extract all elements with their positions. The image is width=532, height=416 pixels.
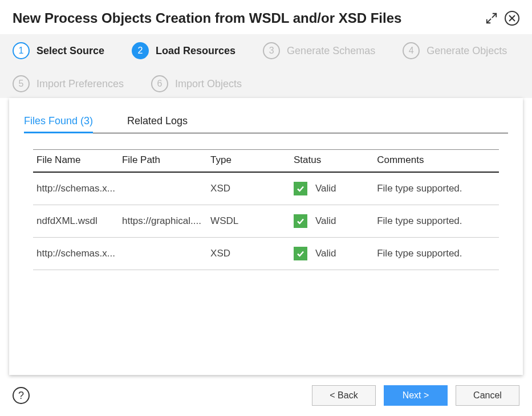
cell-filepath: https://graphical....: [119, 205, 207, 238]
step-number: 2: [132, 42, 149, 59]
step-label: Import Preferences: [36, 78, 124, 90]
status-text: Valid: [315, 215, 336, 227]
status-text: Valid: [315, 248, 336, 259]
help-icon[interactable]: ?: [13, 387, 30, 404]
step-label: Generate Objects: [427, 45, 507, 57]
dialog-header: New Process Objects Creation from WSDL a…: [0, 0, 532, 34]
col-header-type[interactable]: Type: [207, 150, 290, 173]
table-row[interactable]: http://schemas.x... XSD Valid File typ: [33, 238, 499, 270]
cell-status: Valid: [290, 205, 373, 238]
check-icon: [294, 182, 307, 195]
step-select-source[interactable]: 1 Select Source: [13, 42, 104, 59]
cell-comments: File type supported.: [373, 205, 499, 238]
step-number: 4: [403, 42, 420, 59]
check-icon: [294, 247, 307, 260]
table-header-row: File Name File Path Type Status Comments: [33, 150, 499, 173]
step-generate-schemas: 3 Generate Schemas: [263, 42, 375, 59]
files-table-wrap: File Name File Path Type Status Comments…: [24, 149, 508, 270]
svg-line-1: [487, 19, 491, 23]
cell-type: XSD: [207, 238, 290, 270]
step-label: Generate Schemas: [287, 45, 375, 57]
cell-filename: http://schemas.x...: [33, 238, 119, 270]
header-icons: [485, 11, 519, 26]
tab-files-found[interactable]: Files Found (3): [24, 112, 93, 133]
cell-type: XSD: [207, 172, 290, 205]
cell-filename: ndfdXML.wsdl: [33, 205, 119, 238]
cell-status: Valid: [290, 238, 373, 270]
tab-related-logs[interactable]: Related Logs: [127, 112, 188, 133]
cell-type: WSDL: [207, 205, 290, 238]
col-header-status[interactable]: Status: [290, 150, 373, 173]
expand-icon[interactable]: [485, 12, 498, 25]
col-header-filename[interactable]: File Name: [33, 150, 119, 173]
back-button[interactable]: < Back: [312, 385, 376, 406]
dialog-footer: ? < Back Next > Cancel: [0, 375, 532, 416]
step-number: 6: [151, 75, 168, 92]
cell-comments: File type supported.: [373, 238, 499, 270]
tabs: Files Found (3) Related Logs: [24, 112, 508, 133]
step-label: Load Resources: [156, 45, 235, 57]
dialog-title: New Process Objects Creation from WSDL a…: [13, 10, 485, 26]
content-panel: Files Found (3) Related Logs File Name F…: [9, 98, 523, 375]
step-import-objects: 6 Import Objects: [151, 75, 242, 92]
wizard-steps: 1 Select Source 2 Load Resources 3 Gener…: [0, 34, 532, 98]
step-number: 3: [263, 42, 280, 59]
step-number: 5: [13, 75, 30, 92]
cell-status: Valid: [290, 172, 373, 205]
step-import-preferences: 5 Import Preferences: [13, 75, 124, 92]
table-row[interactable]: http://schemas.x... XSD Valid File typ: [33, 172, 499, 205]
cell-filepath: [119, 238, 207, 270]
step-load-resources[interactable]: 2 Load Resources: [132, 42, 235, 59]
cell-filename: http://schemas.x...: [33, 172, 119, 205]
step-label: Import Objects: [175, 78, 242, 90]
files-table: File Name File Path Type Status Comments…: [33, 149, 499, 270]
cancel-button[interactable]: Cancel: [456, 385, 519, 406]
check-icon: [294, 214, 307, 228]
step-label: Select Source: [36, 45, 104, 57]
svg-line-0: [492, 14, 496, 18]
wizard-dialog: New Process Objects Creation from WSDL a…: [0, 0, 532, 416]
table-row[interactable]: ndfdXML.wsdl https://graphical.... WSDL …: [33, 205, 499, 238]
footer-buttons: < Back Next > Cancel: [312, 385, 519, 406]
step-number: 1: [13, 42, 30, 59]
cell-filepath: [119, 172, 207, 205]
next-button[interactable]: Next >: [384, 385, 448, 406]
col-header-filepath[interactable]: File Path: [119, 150, 207, 173]
close-icon[interactable]: [505, 11, 519, 26]
step-generate-objects: 4 Generate Objects: [403, 42, 507, 59]
status-text: Valid: [315, 183, 336, 194]
cell-comments: File type supported.: [373, 172, 499, 205]
col-header-comments[interactable]: Comments: [373, 150, 499, 173]
